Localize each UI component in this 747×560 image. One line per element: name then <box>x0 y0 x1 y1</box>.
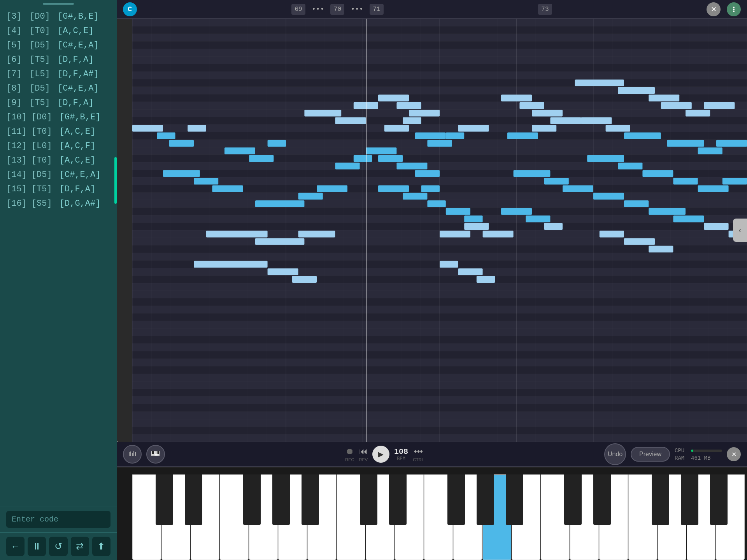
svg-rect-167 <box>507 132 538 139</box>
mixer-button[interactable] <box>123 445 142 464</box>
black-key-2[interactable] <box>243 474 261 525</box>
sidebar-item-11[interactable]: [14] [D5] [C#,E,A] <box>0 168 117 182</box>
sidebar-item-1[interactable]: [4] [T0] [A,C,E] <box>0 24 117 38</box>
sidebar-item-10[interactable]: [13] [T0] [A,C,E] <box>0 153 117 168</box>
black-key-4[interactable] <box>302 474 319 525</box>
sidebar-item-13[interactable]: [16] [S5] [D,G,A#] <box>0 196 117 211</box>
black-key-0[interactable] <box>156 474 173 525</box>
close-icon: ✕ <box>711 5 717 14</box>
top-dots-2[interactable]: ••• <box>351 5 363 13</box>
sidebar-item-12[interactable]: [15] [T5] [D,F,A] <box>0 182 117 196</box>
item-index-8: [11] <box>6 127 27 136</box>
mixer-icon <box>128 450 137 458</box>
piano-key-v-55[interactable] <box>117 441 117 442</box>
back-button[interactable]: ← <box>6 537 25 556</box>
sidebar-item-8[interactable]: [11] [T0] [A,C,E] <box>0 124 117 139</box>
black-key-3[interactable] <box>272 474 290 525</box>
svg-rect-121 <box>212 185 243 192</box>
svg-rect-193 <box>704 102 735 109</box>
top-dots-1[interactable]: ••• <box>312 5 324 13</box>
undo-button[interactable]: ↺ <box>49 537 67 556</box>
black-key-5[interactable] <box>360 474 377 525</box>
options-button[interactable] <box>727 2 741 16</box>
grid-area[interactable]: ‹ <box>132 19 747 442</box>
svg-rect-136 <box>298 231 335 237</box>
swap-button[interactable]: ⇄ <box>71 537 89 556</box>
svg-rect-189 <box>624 238 655 245</box>
svg-rect-138 <box>268 268 298 275</box>
svg-rect-150 <box>403 193 427 200</box>
svg-rect-142 <box>409 110 440 116</box>
item-tag-8: [T0] <box>32 127 55 136</box>
black-key-11[interactable] <box>593 474 611 525</box>
black-key-13[interactable] <box>681 474 698 525</box>
sidebar-item-3[interactable]: [6] [T5] [D,F,A] <box>0 52 117 67</box>
piano-keyboard[interactable] <box>117 467 747 560</box>
svg-rect-169 <box>550 117 581 124</box>
marker-70: 70 <box>330 4 344 15</box>
sidebar-item-9[interactable]: [12] [L0] [A,C,F] <box>0 139 117 153</box>
play-icon: ▶ <box>378 450 384 458</box>
sidebar-item-2[interactable]: [5] [D5] [C#,E,A] <box>0 38 117 52</box>
svg-rect-173 <box>501 208 532 215</box>
rev-button[interactable]: ⏮ REV <box>359 446 368 462</box>
svg-rect-137 <box>194 261 268 268</box>
sidebar-item-7[interactable]: [10] [D0] [G#,B,E] <box>0 110 117 124</box>
close-transport-icon: ✕ <box>731 451 736 458</box>
rec-button[interactable]: ⏺ REC <box>345 446 354 462</box>
pause-button[interactable]: ⏸ <box>28 537 46 556</box>
sidebar-item-4[interactable]: [7] [L5] [D,F,A#] <box>0 67 117 81</box>
black-key-9[interactable] <box>506 474 523 525</box>
item-index-4: [7] <box>6 69 25 79</box>
svg-rect-139 <box>292 276 317 283</box>
black-key-7[interactable] <box>447 474 465 525</box>
svg-point-0 <box>733 7 735 8</box>
black-key-10[interactable] <box>564 474 582 525</box>
svg-rect-153 <box>446 132 464 139</box>
black-key-6[interactable] <box>389 474 407 525</box>
svg-rect-151 <box>421 185 440 192</box>
side-arrow-button[interactable]: ‹ <box>733 219 747 242</box>
svg-rect-127 <box>317 185 347 192</box>
piano-roll-container[interactable]: ‹ <box>117 19 747 442</box>
scroll-indicator-area <box>0 0 117 8</box>
item-notes-4: [D,F,A#] <box>58 69 99 79</box>
piano-keys-vertical <box>117 19 132 442</box>
svg-rect-180 <box>606 125 630 131</box>
svg-rect-135 <box>255 238 304 245</box>
item-tag-10: [T0] <box>32 156 55 165</box>
piano-button[interactable] <box>146 445 165 464</box>
undo-transport-button[interactable]: Undo <box>604 443 626 465</box>
svg-point-1 <box>733 9 735 10</box>
svg-rect-188 <box>600 231 624 237</box>
item-tag-0: [D0] <box>30 12 53 21</box>
keyboard-keys[interactable] <box>132 467 747 560</box>
close-button[interactable]: ✕ <box>707 2 721 16</box>
svg-rect-196 <box>716 140 747 147</box>
sidebar-item-5[interactable]: [8] [D5] [C#,E,A] <box>0 81 117 96</box>
black-key-1[interactable] <box>185 474 202 525</box>
svg-rect-184 <box>642 170 673 177</box>
playhead <box>366 19 366 442</box>
item-tag-6: [T5] <box>30 98 53 108</box>
close-transport-button[interactable]: ✕ <box>727 447 741 461</box>
item-notes-11: [C#,E,A] <box>60 170 101 180</box>
play-button[interactable]: ▶ <box>372 446 389 463</box>
share-button[interactable]: ⬆ <box>92 537 110 556</box>
sidebar-item-0[interactable]: [3] [D0] [G#,B,E] <box>0 9 117 24</box>
svg-rect-207 <box>135 452 136 456</box>
preview-button[interactable]: Preview <box>631 447 670 462</box>
svg-rect-162 <box>458 268 482 275</box>
svg-rect-178 <box>649 94 679 101</box>
sidebar-item-6[interactable]: [9] [T5] [D,F,A] <box>0 96 117 110</box>
code-input[interactable] <box>6 511 110 528</box>
svg-rect-129 <box>335 117 366 124</box>
ctrl-button[interactable]: ••• CTRL <box>413 446 424 462</box>
svg-rect-192 <box>686 110 710 116</box>
black-key-12[interactable] <box>652 474 669 525</box>
svg-rect-183 <box>618 163 642 169</box>
svg-rect-159 <box>464 223 489 230</box>
black-key-14[interactable] <box>710 474 728 525</box>
black-key-8[interactable] <box>477 474 494 525</box>
svg-rect-179 <box>581 117 612 124</box>
